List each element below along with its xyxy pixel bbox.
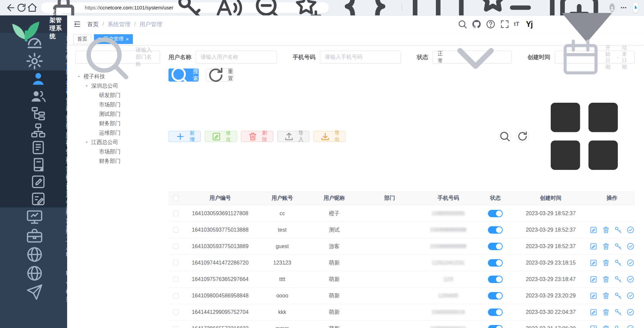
delete-row-icon[interactable] [602, 308, 610, 317]
edit-row-icon[interactable] [589, 308, 598, 317]
tree-node[interactable]: 市场部门 [75, 100, 160, 109]
department-panel: 请输入部门名称 橙子科技 深圳总公司 [75, 51, 160, 328]
sidebar-menu-item[interactable]: 字典管理 [0, 156, 67, 173]
refresh-circle-icon[interactable] [516, 130, 529, 143]
row-checkbox[interactable] [173, 310, 179, 315]
sidebar-menu-item[interactable]: 系统工具 [0, 226, 67, 245]
user-nickname: 游客 [307, 243, 361, 250]
delete-row-icon[interactable] [602, 242, 610, 251]
delete-row-icon[interactable] [602, 324, 610, 328]
font-size-icon[interactable]: tT [514, 21, 519, 28]
sidebar-menu-item[interactable]: 部门管理 [0, 122, 67, 139]
edit-row-icon[interactable] [589, 324, 598, 328]
assign-role-icon[interactable] [626, 242, 635, 251]
phone-input[interactable]: 请输入手机号码 [320, 51, 401, 64]
row-checkbox[interactable] [173, 326, 179, 328]
col-user-id: 用户编号 [183, 195, 257, 202]
search-button[interactable]: 搜索 [168, 68, 199, 82]
search-circle-icon[interactable] [498, 130, 511, 143]
user-avatar[interactable]: Yj [526, 20, 533, 29]
sidebar-menu-item[interactable]: Yi框架 [0, 283, 67, 301]
status-toggle[interactable] [488, 210, 503, 217]
sidebar-collapse-icon[interactable] [73, 20, 81, 28]
sidebar-menu-item[interactable]: 岗位管理 [0, 139, 67, 156]
status-toggle[interactable] [488, 325, 503, 328]
sidebar-menu-item[interactable]: 用户管理 [0, 71, 67, 88]
delete-row-icon[interactable] [602, 275, 610, 284]
date-range-picker[interactable]: 开始日期 - 结束日期 [555, 51, 635, 64]
sidebar-menu-item[interactable]: 首页 [0, 33, 67, 52]
sidebar-menu-item[interactable]: 参数设置 [0, 173, 67, 190]
sidebar-menu-item[interactable]: 系统管理 [0, 52, 67, 71]
row-checkbox[interactable] [173, 227, 179, 233]
delete-row-icon[interactable] [602, 259, 610, 267]
edit-row-icon[interactable] [589, 275, 598, 284]
reset-password-icon[interactable] [614, 308, 623, 317]
sidebar-menu-item[interactable]: 菜单管理 [0, 105, 67, 122]
reset-password-icon[interactable] [614, 275, 623, 284]
row-checkbox[interactable] [173, 244, 179, 249]
address-bar[interactable]: https://ccnetcore.com:1101/system/user [41, 2, 329, 13]
status-select[interactable]: 正常 [433, 51, 512, 64]
delete-button[interactable]: 删除 [241, 131, 273, 142]
assign-role-icon[interactable] [626, 291, 635, 300]
sidebar-menu-item[interactable]: BBS [0, 245, 67, 264]
sidebar-menu-item[interactable]: ERP [0, 264, 67, 283]
user-nickname: 萌新 [307, 260, 361, 267]
edit-row-icon[interactable] [589, 259, 598, 267]
tree-node[interactable]: 市场部门 [75, 147, 160, 156]
url-text[interactable]: https://ccnetcore.com:1101/system/user [85, 5, 174, 10]
tree-node[interactable]: 运维部门 [75, 128, 160, 138]
reset-password-icon[interactable] [614, 226, 623, 234]
row-checkbox[interactable] [173, 211, 179, 216]
reset-password-icon[interactable] [614, 242, 623, 251]
reset-password-icon[interactable] [614, 324, 623, 328]
assign-role-icon[interactable] [626, 324, 635, 328]
sidebar-menu-item[interactable]: 系统监控 [0, 207, 67, 226]
tree-node[interactable]: 研发部门 [75, 91, 160, 100]
delete-row-icon[interactable] [602, 291, 610, 300]
status-toggle[interactable] [488, 226, 503, 234]
status-toggle[interactable] [488, 309, 503, 316]
status-toggle[interactable] [488, 243, 503, 250]
select-all-checkbox[interactable] [173, 196, 179, 201]
column-settings-icon[interactable] [534, 86, 635, 187]
tree-node[interactable]: 江西总公司 [75, 138, 160, 147]
status-toggle[interactable] [488, 259, 503, 267]
edit-row-icon[interactable] [589, 291, 598, 300]
edit-button[interactable]: 修改 [205, 131, 237, 142]
table-body: 1641030593691127808 cc 橙子 1580000000 202… [168, 205, 635, 328]
sidebar-menu-item[interactable]: 日志管理 [0, 190, 67, 207]
export-button[interactable]: 导出 [313, 131, 346, 142]
assign-role-icon[interactable] [626, 259, 635, 267]
user-account: mmm [257, 326, 307, 328]
assign-role-icon[interactable] [626, 308, 635, 317]
caret-down-icon[interactable] [84, 140, 89, 145]
row-checkbox[interactable] [173, 293, 179, 298]
breadcrumb-section[interactable]: 系统管理 [108, 20, 131, 28]
import-button[interactable]: 导入 [277, 131, 309, 142]
delete-row-icon[interactable] [602, 226, 610, 234]
reset-password-icon[interactable] [614, 291, 623, 300]
reset-password-icon[interactable] [614, 259, 623, 267]
tree-node[interactable]: 测试部门 [75, 109, 160, 119]
username-input[interactable]: 请输入用户名称 [196, 51, 277, 64]
tree-node[interactable]: 财务部门 [75, 156, 160, 166]
edit-row-icon[interactable] [589, 242, 598, 251]
department-search-input[interactable]: 请输入部门名称 [75, 51, 160, 64]
add-button[interactable]: 新增 [168, 131, 201, 142]
breadcrumb-home[interactable]: 首页 [87, 20, 99, 28]
sidebar-menu-item[interactable]: 角色管理 [0, 88, 67, 105]
status-toggle[interactable] [488, 276, 503, 283]
caret-down-icon[interactable] [84, 84, 89, 88]
user-phone-redacted: 15088888888 [430, 243, 467, 249]
assign-role-icon[interactable] [626, 226, 635, 234]
row-checkbox[interactable] [173, 277, 179, 282]
tree-node[interactable]: 财务部门 [75, 119, 160, 128]
reset-button[interactable]: 重置 [206, 68, 234, 82]
assign-role-icon[interactable] [626, 275, 635, 284]
caret-down-icon[interactable] [77, 74, 81, 79]
row-checkbox[interactable] [173, 260, 179, 266]
status-toggle[interactable] [488, 292, 503, 299]
edit-row-icon[interactable] [589, 226, 598, 234]
